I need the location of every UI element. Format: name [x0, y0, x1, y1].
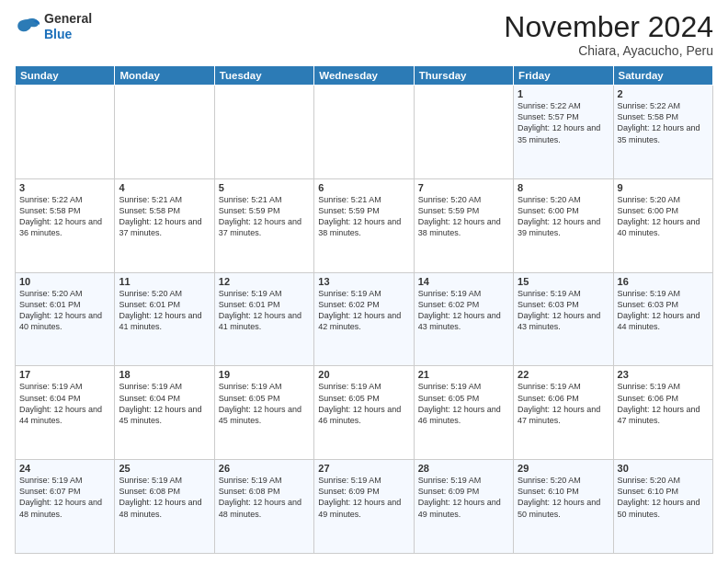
calendar-day-cell	[314, 86, 414, 179]
calendar-day-cell: 19Sunrise: 5:19 AM Sunset: 6:05 PM Dayli…	[214, 366, 313, 460]
calendar-week-row: 10Sunrise: 5:20 AM Sunset: 6:01 PM Dayli…	[16, 272, 713, 366]
day-info: Sunrise: 5:19 AM Sunset: 6:06 PM Dayligh…	[518, 381, 609, 426]
day-number: 12	[219, 276, 310, 287]
day-info: Sunrise: 5:21 AM Sunset: 5:59 PM Dayligh…	[318, 194, 409, 239]
day-number: 18	[119, 369, 210, 380]
calendar-day-header: Sunday	[16, 66, 115, 86]
calendar-day-cell: 1Sunrise: 5:22 AM Sunset: 5:57 PM Daylig…	[514, 86, 613, 179]
day-number: 13	[318, 276, 409, 287]
day-number: 23	[618, 369, 709, 380]
calendar-day-header: Friday	[514, 66, 613, 86]
calendar-day-cell: 3Sunrise: 5:22 AM Sunset: 5:58 PM Daylig…	[16, 178, 115, 272]
calendar-week-row: 17Sunrise: 5:19 AM Sunset: 6:04 PM Dayli…	[16, 366, 713, 460]
calendar-day-cell: 25Sunrise: 5:19 AM Sunset: 6:08 PM Dayli…	[115, 460, 214, 554]
logo-blue: Blue	[44, 27, 72, 41]
calendar-week-row: 24Sunrise: 5:19 AM Sunset: 6:07 PM Dayli…	[16, 460, 713, 554]
day-number: 3	[19, 182, 110, 193]
day-number: 2	[618, 88, 709, 99]
calendar-day-cell	[214, 86, 313, 179]
day-number: 17	[19, 369, 110, 380]
day-info: Sunrise: 5:19 AM Sunset: 6:02 PM Dayligh…	[418, 288, 509, 333]
calendar-day-header: Thursday	[414, 66, 513, 86]
day-info: Sunrise: 5:20 AM Sunset: 6:00 PM Dayligh…	[518, 194, 609, 239]
calendar-day-cell: 4Sunrise: 5:21 AM Sunset: 5:58 PM Daylig…	[115, 178, 214, 272]
day-number: 27	[318, 463, 409, 474]
day-info: Sunrise: 5:20 AM Sunset: 6:00 PM Dayligh…	[618, 194, 709, 239]
calendar-day-cell: 7Sunrise: 5:20 AM Sunset: 5:59 PM Daylig…	[414, 178, 513, 272]
calendar-day-cell: 5Sunrise: 5:21 AM Sunset: 5:59 PM Daylig…	[214, 178, 313, 272]
calendar-day-cell: 2Sunrise: 5:22 AM Sunset: 5:58 PM Daylig…	[613, 86, 712, 179]
calendar-day-cell	[115, 86, 214, 179]
day-number: 16	[618, 276, 709, 287]
calendar-day-cell: 30Sunrise: 5:20 AM Sunset: 6:10 PM Dayli…	[613, 460, 712, 554]
calendar-day-cell: 9Sunrise: 5:20 AM Sunset: 6:00 PM Daylig…	[613, 178, 712, 272]
day-info: Sunrise: 5:22 AM Sunset: 5:58 PM Dayligh…	[19, 194, 110, 239]
day-number: 21	[418, 369, 509, 380]
day-info: Sunrise: 5:19 AM Sunset: 6:09 PM Dayligh…	[418, 475, 509, 520]
day-number: 25	[119, 463, 210, 474]
calendar-day-cell: 11Sunrise: 5:20 AM Sunset: 6:01 PM Dayli…	[115, 272, 214, 366]
day-number: 11	[119, 276, 210, 287]
calendar-day-cell: 28Sunrise: 5:19 AM Sunset: 6:09 PM Dayli…	[414, 460, 513, 554]
day-info: Sunrise: 5:19 AM Sunset: 6:03 PM Dayligh…	[618, 288, 709, 333]
calendar-day-header: Tuesday	[214, 66, 313, 86]
page-subtitle: Chiara, Ayacucho, Peru	[504, 43, 713, 58]
calendar-day-cell: 27Sunrise: 5:19 AM Sunset: 6:09 PM Dayli…	[314, 460, 414, 554]
calendar-body: 1Sunrise: 5:22 AM Sunset: 5:57 PM Daylig…	[16, 86, 713, 554]
day-info: Sunrise: 5:20 AM Sunset: 6:10 PM Dayligh…	[518, 475, 609, 520]
calendar-header: SundayMondayTuesdayWednesdayThursdayFrid…	[16, 66, 713, 86]
day-info: Sunrise: 5:21 AM Sunset: 5:58 PM Dayligh…	[119, 194, 210, 239]
day-info: Sunrise: 5:20 AM Sunset: 6:01 PM Dayligh…	[119, 288, 210, 333]
calendar-day-cell: 10Sunrise: 5:20 AM Sunset: 6:01 PM Dayli…	[16, 272, 115, 366]
page-title: November 2024	[504, 11, 713, 43]
calendar-day-cell: 23Sunrise: 5:19 AM Sunset: 6:06 PM Dayli…	[613, 366, 712, 460]
day-number: 28	[418, 463, 509, 474]
day-number: 30	[618, 463, 709, 474]
day-info: Sunrise: 5:19 AM Sunset: 6:08 PM Dayligh…	[119, 475, 210, 520]
day-number: 29	[518, 463, 609, 474]
day-info: Sunrise: 5:19 AM Sunset: 6:09 PM Dayligh…	[318, 475, 409, 520]
calendar-day-cell: 20Sunrise: 5:19 AM Sunset: 6:05 PM Dayli…	[314, 366, 414, 460]
logo-general: General	[44, 11, 92, 26]
day-number: 5	[219, 182, 310, 193]
day-number: 4	[119, 182, 210, 193]
day-info: Sunrise: 5:19 AM Sunset: 6:06 PM Dayligh…	[618, 381, 709, 426]
day-info: Sunrise: 5:22 AM Sunset: 5:57 PM Dayligh…	[518, 100, 609, 145]
logo-text: General Blue	[44, 11, 92, 42]
title-block: November 2024 Chiara, Ayacucho, Peru	[504, 11, 713, 58]
day-number: 10	[19, 276, 110, 287]
day-info: Sunrise: 5:19 AM Sunset: 6:05 PM Dayligh…	[219, 381, 310, 426]
calendar-week-row: 1Sunrise: 5:22 AM Sunset: 5:57 PM Daylig…	[16, 86, 713, 179]
day-info: Sunrise: 5:19 AM Sunset: 6:01 PM Dayligh…	[219, 288, 310, 333]
day-number: 7	[418, 182, 509, 193]
calendar-day-cell: 17Sunrise: 5:19 AM Sunset: 6:04 PM Dayli…	[16, 366, 115, 460]
calendar-day-header: Wednesday	[314, 66, 414, 86]
day-info: Sunrise: 5:19 AM Sunset: 6:08 PM Dayligh…	[219, 475, 310, 520]
day-number: 20	[318, 369, 409, 380]
calendar-day-cell: 13Sunrise: 5:19 AM Sunset: 6:02 PM Dayli…	[314, 272, 414, 366]
calendar-day-cell: 24Sunrise: 5:19 AM Sunset: 6:07 PM Dayli…	[16, 460, 115, 554]
day-number: 15	[518, 276, 609, 287]
page: General Blue November 2024 Chiara, Ayacu…	[0, 0, 728, 563]
day-info: Sunrise: 5:19 AM Sunset: 6:03 PM Dayligh…	[518, 288, 609, 333]
day-info: Sunrise: 5:21 AM Sunset: 5:59 PM Dayligh…	[219, 194, 310, 239]
day-number: 26	[219, 463, 310, 474]
calendar-day-cell	[16, 86, 115, 179]
day-number: 9	[618, 182, 709, 193]
day-info: Sunrise: 5:19 AM Sunset: 6:05 PM Dayligh…	[318, 381, 409, 426]
calendar: SundayMondayTuesdayWednesdayThursdayFrid…	[15, 65, 713, 554]
calendar-day-cell	[414, 86, 513, 179]
logo-bird-icon	[15, 16, 40, 38]
day-number: 8	[518, 182, 609, 193]
day-info: Sunrise: 5:19 AM Sunset: 6:04 PM Dayligh…	[119, 381, 210, 426]
day-info: Sunrise: 5:19 AM Sunset: 6:07 PM Dayligh…	[19, 475, 110, 520]
calendar-day-cell: 12Sunrise: 5:19 AM Sunset: 6:01 PM Dayli…	[214, 272, 313, 366]
day-number: 19	[219, 369, 310, 380]
day-info: Sunrise: 5:22 AM Sunset: 5:58 PM Dayligh…	[618, 100, 709, 145]
logo: General Blue	[15, 11, 92, 42]
day-number: 1	[518, 88, 609, 99]
calendar-day-cell: 26Sunrise: 5:19 AM Sunset: 6:08 PM Dayli…	[214, 460, 313, 554]
calendar-day-cell: 14Sunrise: 5:19 AM Sunset: 6:02 PM Dayli…	[414, 272, 513, 366]
day-info: Sunrise: 5:19 AM Sunset: 6:04 PM Dayligh…	[19, 381, 110, 426]
day-info: Sunrise: 5:19 AM Sunset: 6:05 PM Dayligh…	[418, 381, 509, 426]
